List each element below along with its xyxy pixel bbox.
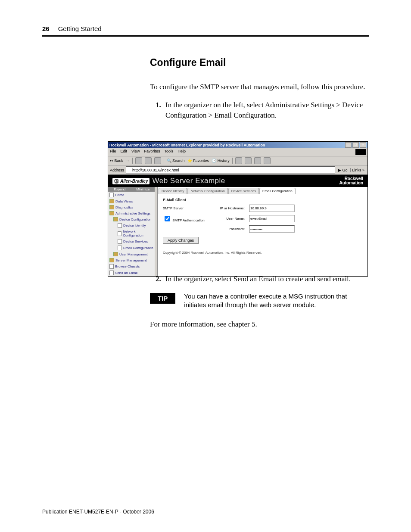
step-1: In the organizer on the left, select Adm… — [163, 100, 369, 121]
article-intro: To configure the SMTP server that manage… — [150, 82, 369, 92]
username-label: User Name: — [215, 217, 245, 221]
menu-file[interactable]: File — [110, 149, 116, 155]
url-field[interactable] — [126, 166, 335, 174]
ie-logo — [355, 149, 366, 155]
nav-device-identity[interactable]: Device Identity — [108, 222, 155, 229]
organizer-sidebar: Expand Minimize Home Data Views Diagnost… — [108, 187, 155, 276]
site-banner: AB Allen-Bradley Web Server Example Rock… — [108, 175, 367, 187]
nav-device-config[interactable]: Device Configuration — [108, 216, 155, 222]
folder-icon — [113, 252, 118, 256]
apply-changes-button[interactable]: Apply Changes — [163, 237, 199, 244]
menu-help[interactable]: Help — [177, 149, 186, 155]
menu-view[interactable]: View — [131, 149, 140, 155]
step-2: In the organizer, select Send an Email t… — [163, 274, 369, 284]
links-button[interactable]: Links » — [350, 168, 366, 172]
nav-server-management[interactable]: Server Management — [108, 257, 155, 263]
discuss-icon[interactable] — [264, 157, 271, 164]
refresh-icon[interactable] — [145, 157, 152, 164]
window-title: Rockwell Automation - Microsoft Internet… — [109, 143, 265, 147]
nav-email-config[interactable]: Email Configuration — [108, 245, 155, 251]
stop-icon[interactable] — [135, 157, 142, 164]
minimize-button[interactable]: _ — [345, 142, 352, 148]
toolbar: ↤ Back → 🔍 Search ⭐ Favorites 🕑 History — [108, 156, 367, 165]
tab-network-config[interactable]: Network Configuration — [187, 188, 227, 194]
close-button[interactable]: × — [360, 142, 366, 148]
smtp-auth-checkbox[interactable] — [165, 216, 170, 221]
address-bar: Address ▶ Go Links » — [108, 165, 367, 175]
tab-strip: Device Identity Network Configuration De… — [159, 188, 367, 194]
page-icon — [109, 193, 114, 197]
menu-edit[interactable]: Edit — [121, 149, 128, 155]
page-icon — [109, 264, 114, 269]
email-config-panel: E-Mail Client SMTP Server IP or Hostname… — [158, 194, 367, 258]
page-icon — [109, 271, 114, 275]
closing-text: For more information, see chapter 5. — [150, 320, 369, 330]
nav-admin-settings[interactable]: Administrative Settings — [108, 210, 155, 216]
password-label: Password: — [215, 227, 245, 231]
site-title: Web Server Example — [152, 177, 225, 185]
page-icon — [118, 239, 122, 244]
menu-bar: File Edit View Favorites Tools Help — [108, 148, 367, 156]
maximize-button[interactable]: □ — [352, 142, 359, 148]
edit-icon[interactable] — [254, 157, 261, 164]
folder-icon — [109, 205, 114, 209]
tip-badge: TIP — [150, 293, 175, 304]
favorites-button[interactable]: ⭐ Favorites — [187, 159, 209, 163]
mail-icon[interactable] — [235, 157, 242, 164]
search-button[interactable]: 🔍 Search — [167, 159, 185, 163]
username-field[interactable] — [249, 215, 295, 222]
history-button[interactable]: 🕑 History — [212, 159, 230, 163]
tip-callout: TIP You can have a controller execute a … — [150, 292, 369, 310]
rockwell-automation-logo: Rockwell Automation — [339, 177, 363, 185]
ip-host-field[interactable] — [249, 205, 295, 212]
smtp-auth-label: SMTP Authentication — [163, 215, 210, 223]
splitter[interactable] — [155, 187, 158, 276]
nav-send-email[interactable]: Send an Email — [108, 270, 155, 276]
tab-device-services[interactable]: Device Services — [228, 188, 259, 194]
ab-circle-icon: AB — [114, 179, 119, 184]
menu-favorites[interactable]: Favorites — [144, 149, 160, 155]
titlebar: Rockwell Automation - Microsoft Internet… — [108, 142, 367, 148]
tip-text: You can have a controller execute a MSG … — [184, 292, 369, 310]
browser-window: Rockwell Automation - Microsoft Internet… — [108, 141, 368, 277]
publication-footer: Publication ENET-UM527E-EN-P - October 2… — [42, 509, 154, 515]
nav-browse-chassis[interactable]: Browse Chassis — [108, 263, 155, 270]
article-title: Configure Email — [150, 57, 369, 68]
home-icon[interactable] — [154, 157, 161, 164]
tab-device-identity[interactable]: Device Identity — [159, 188, 187, 194]
minimize-button-sidebar[interactable]: Minimize — [131, 187, 155, 192]
folder-icon — [109, 199, 114, 203]
folder-icon — [113, 217, 118, 221]
tab-email-config[interactable]: Email Configuration — [259, 188, 296, 194]
nav-user-management[interactable]: User Management — [108, 251, 155, 257]
page-icon — [118, 231, 121, 236]
folder-icon — [109, 211, 114, 215]
back-button[interactable]: ↤ Back — [110, 159, 123, 163]
nav-data-views[interactable]: Data Views — [108, 198, 155, 204]
expand-button[interactable]: Expand — [108, 187, 131, 192]
allen-bradley-logo: AB Allen-Bradley — [112, 178, 149, 184]
ip-host-label: IP or Hostname: — [215, 206, 245, 210]
panel-header: E-Mail Client — [163, 198, 186, 202]
nav-diagnostics[interactable]: Diagnostics — [108, 204, 155, 210]
panel-copyright: Copyright © 2004 Rockwell Automation, In… — [163, 251, 362, 255]
print-icon[interactable] — [245, 157, 252, 164]
page-icon — [118, 246, 122, 250]
password-field[interactable] — [249, 225, 295, 233]
menu-tools[interactable]: Tools — [164, 149, 173, 155]
nav-network-config[interactable]: Network Configuration — [108, 229, 155, 238]
smtp-server-label: SMTP Server — [163, 206, 210, 210]
go-button[interactable]: ▶ Go — [337, 168, 349, 172]
address-label: Address — [110, 168, 124, 172]
page-number: 26 — [42, 25, 50, 32]
folder-icon — [109, 258, 114, 262]
header-rule — [42, 35, 369, 37]
page-icon — [118, 223, 122, 228]
forward-button[interactable]: → — [126, 159, 130, 163]
nav-home[interactable]: Home — [108, 192, 155, 198]
nav-device-services[interactable]: Device Services — [108, 238, 155, 245]
section-name: Getting Started — [58, 25, 102, 32]
